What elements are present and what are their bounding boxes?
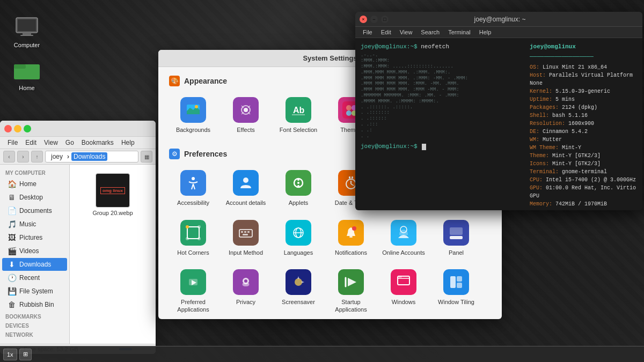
term-max-btn[interactable]: □ bbox=[381, 16, 389, 23]
svg-point-52 bbox=[197, 225, 201, 228]
fm-forward-btn[interactable]: › bbox=[17, 151, 29, 162]
ss-item-input-method[interactable]: Input Method bbox=[222, 216, 270, 261]
fm-menu-view[interactable]: View bbox=[41, 138, 61, 147]
ss-item-screensaver[interactable]: Screensaver bbox=[274, 265, 323, 318]
term-info-line: WM Theme: Mint-Y bbox=[530, 144, 637, 152]
svg-rect-71 bbox=[450, 236, 463, 239]
ss-item-notifications[interactable]: Notifications bbox=[327, 216, 375, 261]
fm-location-bar[interactable]: joey › Downloads bbox=[45, 151, 138, 162]
sidebar-item-downloads[interactable]: ⬇ Downloads bbox=[2, 258, 67, 271]
term-menu-view[interactable]: View bbox=[396, 28, 417, 36]
fm-up-btn[interactable]: ↑ bbox=[31, 151, 43, 162]
term-info-line: CPU: Intel i5-7400 (2) @ 3.000GHz bbox=[530, 176, 637, 184]
file-item-group20[interactable]: omg linux Group 20.webp bbox=[89, 170, 136, 219]
sidebar-filesystem-label: File System bbox=[19, 287, 53, 295]
ss-item-preferred-applications[interactable]: Preferred Applications bbox=[169, 265, 217, 318]
ss-item-online-accounts[interactable]: Online Accounts bbox=[379, 216, 428, 261]
ss-item-applets[interactable]: Applets bbox=[274, 166, 323, 211]
sidebar-item-pictures[interactable]: 🖼 Pictures bbox=[2, 231, 67, 244]
term-separator-line: ────────────────── bbox=[530, 53, 637, 62]
taskbar-btn-grid[interactable]: ⊞ bbox=[19, 349, 32, 360]
term-close-btn[interactable]: × bbox=[360, 16, 367, 23]
effects-label: Effects bbox=[237, 126, 254, 134]
term-prompt2-line: joey@omglinux:~$ bbox=[361, 142, 525, 151]
term-titlebar: × − □ joey@omglinux: ~ bbox=[355, 12, 642, 27]
term-min-btn[interactable]: − bbox=[370, 16, 378, 23]
fm-min-btn[interactable] bbox=[14, 125, 21, 132]
term-menu-search[interactable]: Search bbox=[416, 28, 444, 36]
term-menu-file[interactable]: File bbox=[358, 28, 377, 36]
term-command: neofetch bbox=[421, 43, 449, 50]
term-menu-terminal[interactable]: Terminal bbox=[444, 28, 475, 36]
fm-menu-file[interactable]: File bbox=[4, 138, 21, 147]
fm-max-btn[interactable] bbox=[24, 125, 31, 132]
ss-item-panel[interactable]: Panel bbox=[432, 216, 480, 261]
sidebar-item-recent[interactable]: 🕐 Recent bbox=[2, 271, 67, 284]
ss-item-languages[interactable]: Languages bbox=[274, 216, 323, 261]
ss-item-window-tiling[interactable]: Window Tiling bbox=[432, 265, 480, 318]
fm-back-btn[interactable]: ‹ bbox=[3, 151, 15, 162]
sidebar-desktop-label: Desktop bbox=[19, 194, 43, 201]
panel-label: Panel bbox=[449, 249, 464, 256]
sidebar-videos-label: Videos bbox=[19, 247, 39, 255]
term-menu-edit[interactable]: Edit bbox=[377, 28, 396, 36]
svg-point-13 bbox=[244, 108, 248, 112]
svg-point-36 bbox=[297, 185, 299, 187]
languages-label: Languages bbox=[284, 249, 313, 256]
accessibility-icon bbox=[180, 170, 206, 196]
fm-menu-go[interactable]: Go bbox=[62, 138, 77, 147]
svg-point-35 bbox=[297, 182, 299, 184]
screensaver-label: Screensaver bbox=[282, 298, 315, 306]
location-downloads[interactable]: Downloads bbox=[71, 152, 107, 161]
location-joey[interactable]: joey bbox=[49, 152, 65, 161]
taskbar-btn-1x[interactable]: 1x bbox=[3, 349, 17, 360]
terminal-window: × − □ joey@omglinux: ~ File Edit View Se… bbox=[355, 12, 642, 210]
computer-icon-label: Computer bbox=[14, 42, 40, 48]
ss-item-backgrounds[interactable]: Backgrounds bbox=[169, 93, 217, 138]
ss-item-account-details[interactable]: Account details bbox=[222, 166, 270, 211]
ss-item-font-selection[interactable]: Ab Font Selection bbox=[274, 93, 323, 138]
term-info-line: Host: Parallels Virtual Platform None bbox=[530, 71, 637, 87]
sidebar-item-home[interactable]: 🏠 Home bbox=[2, 178, 67, 190]
home-sidebar-icon: 🏠 bbox=[8, 180, 16, 188]
desktop-icon-computer[interactable]: Computer bbox=[5, 11, 48, 51]
ss-item-startup-applications[interactable]: Startup Applications bbox=[327, 265, 375, 318]
fm-menu-bookmarks[interactable]: Bookmarks bbox=[78, 138, 117, 147]
backgrounds-icon bbox=[180, 97, 206, 123]
computer-icon bbox=[14, 14, 40, 40]
input-method-label: Input Method bbox=[229, 249, 263, 256]
svg-rect-92 bbox=[457, 283, 462, 288]
ss-item-privacy[interactable]: Privacy bbox=[222, 265, 270, 318]
term-info-line: OS: Linux Mint 21 x86_64 bbox=[530, 63, 637, 71]
windows-icon bbox=[391, 269, 416, 295]
window-tiling-label: Window Tiling bbox=[438, 298, 474, 306]
fm-menu-help[interactable]: Help bbox=[118, 138, 138, 147]
sidebar-item-filesystem[interactable]: 💾 File System bbox=[2, 285, 67, 298]
sidebar-item-documents[interactable]: 📄 Documents bbox=[2, 204, 67, 217]
ss-item-effects[interactable]: Effects bbox=[222, 93, 270, 138]
svg-rect-58 bbox=[244, 231, 246, 233]
sidebar-item-videos[interactable]: 🎬 Videos bbox=[2, 245, 67, 257]
ss-item-windows[interactable]: Windows bbox=[379, 265, 428, 318]
svg-rect-60 bbox=[243, 234, 248, 235]
fm-toolbar: ‹ › ↑ joey › Downloads ▦ bbox=[0, 149, 156, 165]
sidebar-item-music[interactable]: 🎵 Music bbox=[2, 218, 67, 231]
rubbish-sidebar-icon: 🗑 bbox=[8, 300, 16, 309]
fm-close-btn[interactable] bbox=[4, 125, 12, 132]
ss-item-hot-corners[interactable]: Hot Corners bbox=[169, 216, 217, 261]
term-menu-help[interactable]: Help bbox=[475, 28, 496, 36]
svg-rect-91 bbox=[457, 276, 462, 282]
fm-menu-edit[interactable]: Edit bbox=[22, 138, 40, 147]
devices-section-title: Devices bbox=[0, 321, 69, 330]
applets-label: Applets bbox=[289, 199, 309, 206]
screensaver-icon bbox=[286, 269, 311, 295]
term-info-line: WM: Mutter bbox=[530, 136, 637, 144]
term-prompt2: joey@omglinux:~$ bbox=[361, 143, 418, 150]
sidebar-item-desktop[interactable]: 🖥 Desktop bbox=[2, 191, 67, 204]
desktop-icon-home[interactable]: Home bbox=[5, 54, 48, 94]
svg-rect-57 bbox=[241, 231, 243, 233]
ss-item-accessibility[interactable]: Accessibility bbox=[169, 166, 217, 211]
startup-applications-icon bbox=[338, 269, 364, 295]
fm-view-btn[interactable]: ▦ bbox=[141, 151, 152, 162]
sidebar-item-rubbish[interactable]: 🗑 Rubbish Bin bbox=[2, 298, 67, 311]
